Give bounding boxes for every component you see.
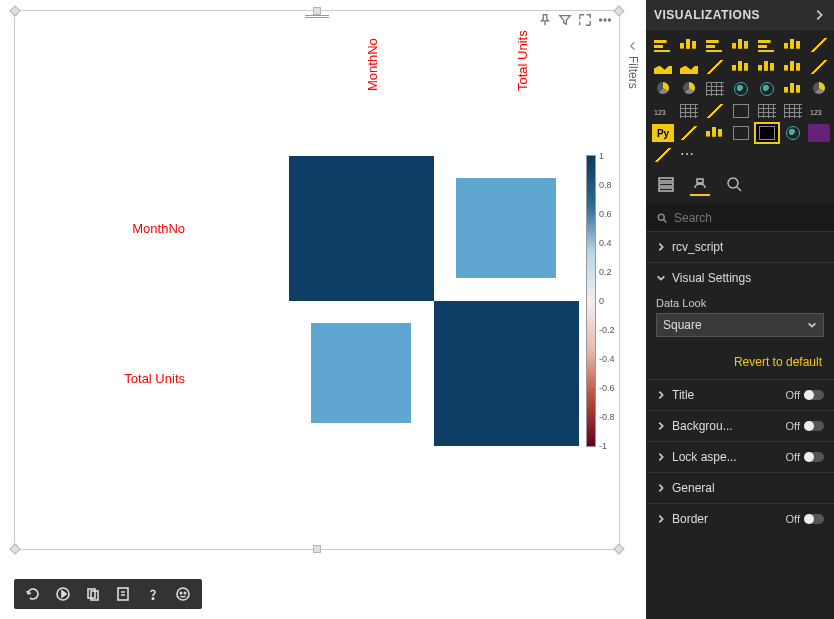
viz-line-icon[interactable] — [808, 36, 830, 54]
viz-paginated-icon[interactable] — [652, 146, 674, 164]
pin-icon[interactable] — [537, 12, 553, 28]
viz-custom-selected-icon[interactable] — [756, 124, 778, 142]
viz-stacked-area-icon[interactable] — [678, 58, 700, 76]
search-input[interactable] — [674, 211, 824, 225]
viz-decomposition-icon[interactable] — [704, 124, 726, 142]
title-toggle[interactable]: Off — [786, 389, 824, 401]
section-border[interactable]: Border Off — [646, 504, 834, 534]
filter-icon[interactable] — [557, 12, 573, 28]
viz-line-stacked-icon[interactable] — [704, 58, 726, 76]
svg-point-0 — [600, 19, 602, 21]
revert-to-default-link[interactable]: Revert to default — [646, 345, 834, 379]
viz-waterfall-icon[interactable] — [782, 58, 804, 76]
fields-tab-icon[interactable] — [656, 176, 676, 196]
more-options-icon[interactable] — [597, 12, 613, 28]
refresh-icon[interactable] — [24, 585, 42, 603]
viz-stacked-column-icon[interactable] — [678, 36, 700, 54]
viz-arcgis-icon[interactable] — [782, 124, 804, 142]
filters-label: Filters — [626, 56, 640, 89]
correlation-heatmap: MonthNo Total Units MonthNo Total Units … — [195, 96, 615, 476]
viz-py-icon[interactable]: Py — [652, 124, 674, 142]
background-toggle[interactable]: Off — [786, 420, 824, 432]
chevron-down-icon — [807, 320, 817, 330]
viz-filled-map-icon[interactable] — [756, 80, 778, 98]
colorbar-tick: 1 — [599, 151, 604, 161]
resize-handle[interactable] — [313, 7, 321, 15]
viz-scatter-icon[interactable] — [808, 58, 830, 76]
resize-handle[interactable] — [9, 5, 20, 16]
colorbar-tick: 0.4 — [599, 238, 612, 248]
help-icon[interactable] — [144, 585, 162, 603]
viz-line-clustered-icon[interactable] — [730, 58, 752, 76]
chevron-right-icon[interactable] — [812, 8, 826, 22]
viz-clustered-column-icon[interactable] — [730, 36, 752, 54]
viz-stacked-bar-icon[interactable] — [652, 36, 674, 54]
section-visual-settings[interactable]: Visual Settings — [646, 263, 834, 293]
viz-funnel-icon[interactable] — [782, 80, 804, 98]
colorbar-tick: 0.8 — [599, 180, 612, 190]
filters-pane-collapsed[interactable]: Filters — [624, 40, 642, 120]
viz-table-icon[interactable] — [756, 102, 778, 120]
viz-pie-icon[interactable] — [652, 80, 674, 98]
viz-qna-icon[interactable] — [730, 124, 752, 142]
svg-rect-5 — [659, 188, 673, 191]
row-label: MonthNo — [95, 221, 185, 236]
viz-donut-icon[interactable] — [678, 80, 700, 98]
colorbar-tick: -0.4 — [599, 354, 615, 364]
viz-kpi-icon[interactable] — [704, 102, 726, 120]
column-label: Total Units — [515, 30, 530, 91]
visual-header — [533, 10, 617, 30]
viz-clustered-bar-icon[interactable] — [704, 36, 726, 54]
svg-point-2 — [608, 19, 610, 21]
viz-ribbon-icon[interactable] — [756, 58, 778, 76]
format-tab-icon[interactable] — [690, 176, 710, 196]
colorbar-tick: -0.8 — [599, 412, 615, 422]
viz-key-influencers-icon[interactable] — [678, 124, 700, 142]
colorbar-tick: -0.2 — [599, 325, 615, 335]
section-rcv-script[interactable]: rcv_script — [646, 232, 834, 262]
viz-gallery: Py — [646, 30, 834, 170]
copy-icon[interactable] — [84, 585, 102, 603]
viz-matrix-icon[interactable] — [782, 102, 804, 120]
focus-mode-icon[interactable] — [577, 12, 593, 28]
resize-handle[interactable] — [9, 543, 20, 554]
viz-multi-card-icon[interactable] — [678, 102, 700, 120]
viz-treemap-icon[interactable] — [704, 80, 726, 98]
export-icon[interactable] — [114, 585, 132, 603]
border-toggle[interactable]: Off — [786, 513, 824, 525]
heatmap-cell — [311, 323, 411, 423]
section-general[interactable]: General — [646, 473, 834, 503]
viz-card-icon[interactable] — [652, 102, 674, 120]
smile-icon[interactable] — [174, 585, 192, 603]
data-look-select[interactable]: Square — [656, 313, 824, 337]
visual-container[interactable]: MonthNo Total Units MonthNo Total Units … — [14, 10, 620, 550]
viz-more-icon[interactable] — [678, 146, 700, 164]
viz-powerapps-icon[interactable] — [808, 124, 830, 142]
panel-title: VISUALIZATIONS — [654, 8, 760, 22]
svg-point-14 — [180, 592, 181, 593]
section-title[interactable]: Title Off — [646, 380, 834, 410]
heatmap-grid — [289, 156, 579, 446]
play-icon[interactable] — [54, 585, 72, 603]
section-lock-aspect[interactable]: Lock aspe... Off — [646, 442, 834, 472]
colorbar-tick: 0 — [599, 296, 604, 306]
analytics-tab-icon[interactable] — [724, 176, 744, 196]
heatmap-cell — [456, 178, 556, 278]
colorbar-tick: -0.6 — [599, 383, 615, 393]
viz-r-icon[interactable] — [808, 102, 830, 120]
resize-handle[interactable] — [313, 545, 321, 553]
viz-100-bar-icon[interactable] — [756, 36, 778, 54]
section-background[interactable]: Backgrou... Off — [646, 411, 834, 441]
lock-aspect-toggle[interactable]: Off — [786, 451, 824, 463]
viz-gauge-icon[interactable] — [808, 80, 830, 98]
svg-point-1 — [604, 19, 606, 21]
viz-100-column-icon[interactable] — [782, 36, 804, 54]
svg-rect-4 — [659, 183, 673, 186]
viz-slicer-icon[interactable] — [730, 102, 752, 120]
resize-handle[interactable] — [613, 543, 624, 554]
viz-map-icon[interactable] — [730, 80, 752, 98]
report-canvas[interactable]: MonthNo Total Units MonthNo Total Units … — [0, 0, 632, 560]
svg-rect-3 — [659, 178, 673, 181]
viz-area-icon[interactable] — [652, 58, 674, 76]
svg-point-6 — [728, 178, 738, 188]
